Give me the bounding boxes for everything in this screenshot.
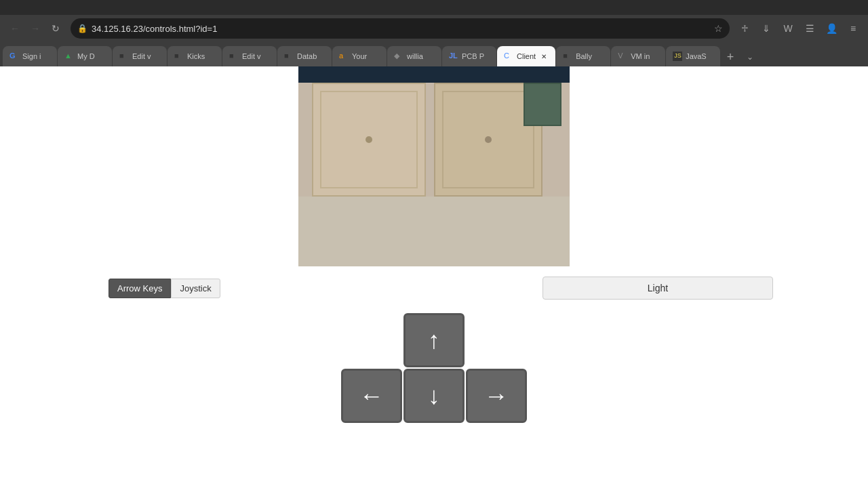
tab-label-willia: willia: [407, 52, 423, 60]
download-button[interactable]: ⇓: [757, 19, 776, 38]
tab-favicon-datab: ■: [284, 52, 294, 61]
down-arrow-button[interactable]: ↓: [403, 369, 465, 423]
tab-label-pcb: PCB P: [462, 52, 484, 60]
back-button[interactable]: ←: [5, 19, 24, 38]
camera-top-bar: [298, 66, 570, 83]
forward-button[interactable]: →: [26, 19, 45, 38]
nav-buttons: ← → ↻: [5, 19, 65, 38]
tab-label-bally: Bally: [576, 52, 592, 60]
right-arrow-button[interactable]: →: [466, 369, 527, 423]
profile-button[interactable]: W: [778, 19, 797, 38]
tab-client[interactable]: C Client ✕: [497, 46, 555, 66]
toolbar-actions: ♱ ⇓ W ☰ 👤 ≡: [735, 19, 863, 38]
up-arrow-button[interactable]: ↑: [403, 313, 465, 367]
tab-edit1[interactable]: ■ Edit v: [113, 46, 167, 66]
left-arrow-button[interactable]: ←: [341, 369, 402, 423]
tab-bally[interactable]: ■ Bally: [556, 46, 610, 66]
tab-favicon-bally: ■: [563, 52, 572, 61]
refresh-button[interactable]: ↻: [46, 19, 65, 38]
tab-sign[interactable]: G Sign i: [3, 46, 57, 66]
cabinet-left-knob: [366, 136, 372, 143]
light-button[interactable]: Light: [542, 277, 773, 300]
tab-favicon-myd: ▲: [64, 52, 74, 61]
tab-label-sign: Sign i: [22, 52, 41, 60]
tab-label-myd: My D: [77, 52, 95, 60]
tab-label-vm: VM in: [631, 52, 650, 60]
tab-edit2[interactable]: ■ Edit v: [222, 46, 277, 66]
window-area: [524, 83, 561, 127]
tab-kicks[interactable]: ■ Kicks: [167, 46, 222, 66]
tab-label-your: Your: [352, 52, 367, 60]
address-bar-container: 🔒 ☆: [71, 18, 730, 39]
tab-label-edit1: Edit v: [132, 52, 151, 60]
tab-favicon-sign: G: [9, 52, 19, 61]
tab-favicon-your: a: [339, 52, 349, 61]
tab-datab[interactable]: ■ Datab: [277, 46, 332, 66]
tab-vm[interactable]: V VM in: [611, 46, 665, 66]
tab-favicon-javas: JS: [673, 52, 682, 61]
arrow-row-up: ↑: [403, 313, 465, 367]
tab-pcb[interactable]: JL PCB P: [442, 46, 496, 66]
tab-list-button[interactable]: ⌄: [741, 47, 760, 66]
page-content: Arrow Keys Joystick Light ↑ ← ↓ →: [0, 66, 868, 488]
arrow-row-middle: ← ↓ →: [341, 369, 527, 423]
camera-bg: [298, 66, 570, 266]
tab-label-edit2: Edit v: [242, 52, 261, 60]
mode-button-group: Arrow Keys Joystick: [108, 279, 220, 298]
controls-row: Arrow Keys Joystick Light: [0, 270, 868, 306]
cabinet-right-knob: [485, 136, 492, 143]
menu-button[interactable]: ≡: [844, 19, 863, 38]
tab-favicon-edit2: ■: [229, 52, 239, 61]
address-input[interactable]: [92, 24, 710, 34]
tab-favicon-edit1: ■: [119, 52, 129, 61]
extensions-button[interactable]: ♱: [735, 19, 754, 38]
tab-your[interactable]: a Your: [332, 46, 387, 66]
tab-label-client: Client: [517, 52, 536, 60]
tab-favicon-willia: ◆: [394, 52, 403, 61]
bookmark-icon[interactable]: ☆: [714, 23, 723, 34]
tab-label-datab: Datab: [297, 52, 317, 60]
extensions2-button[interactable]: ☰: [800, 19, 819, 38]
tabs-bar: G Sign i ▲ My D ■ Edit v ■ Kicks ■ Edit …: [0, 42, 868, 66]
tab-myd[interactable]: ▲ My D: [58, 46, 112, 66]
camera-feed: [298, 66, 570, 266]
arrow-keys-pad: ↑ ← ↓ →: [341, 313, 527, 423]
tab-close-client[interactable]: ✕: [539, 52, 549, 61]
floor-area: [298, 197, 570, 266]
browser-toolbar: ← → ↻ 🔒 ☆ ♱ ⇓ W ☰ 👤 ≡: [0, 15, 868, 42]
new-tab-button[interactable]: +: [721, 47, 740, 66]
tab-favicon-kicks: ■: [174, 52, 184, 61]
tab-label-javas: JavaS: [686, 52, 707, 60]
joystick-button[interactable]: Joystick: [171, 279, 220, 298]
tab-javas[interactable]: JS JavaS: [666, 46, 720, 66]
tab-favicon-client: C: [504, 52, 513, 61]
cabinet-left: [312, 83, 426, 197]
account-button[interactable]: 👤: [822, 19, 841, 38]
arrow-keys-button[interactable]: Arrow Keys: [108, 279, 171, 298]
tab-favicon-pcb: JL: [449, 52, 458, 61]
tab-favicon-vm: V: [618, 52, 627, 61]
title-bar: [0, 0, 868, 15]
tab-willia[interactable]: ◆ willia: [387, 46, 441, 66]
lock-icon: 🔒: [77, 24, 87, 33]
tab-label-kicks: Kicks: [187, 52, 205, 60]
